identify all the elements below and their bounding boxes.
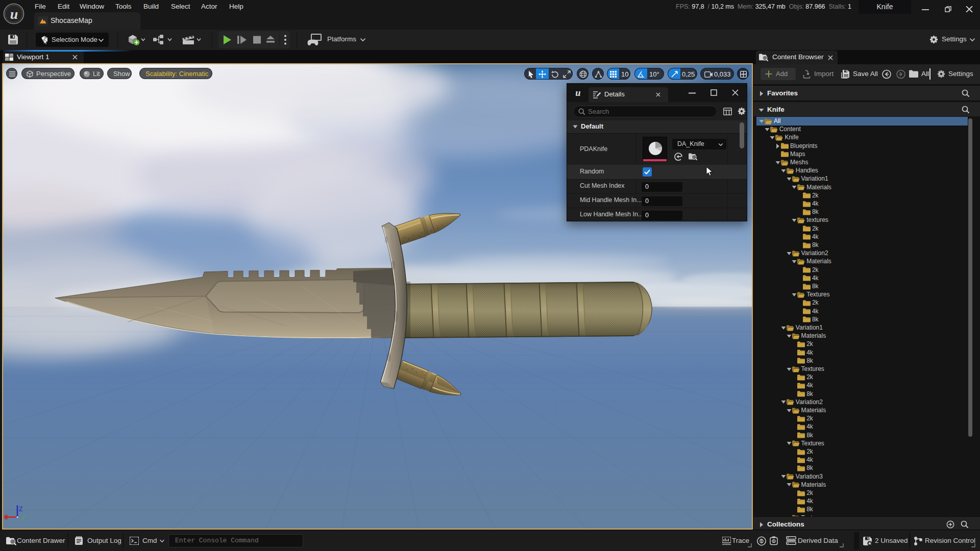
svg-text:Y: Y [21,514,26,521]
svg-text:Z: Z [19,506,22,513]
svg-text:u: u [575,87,580,98]
svg-text:u: u [10,6,18,22]
